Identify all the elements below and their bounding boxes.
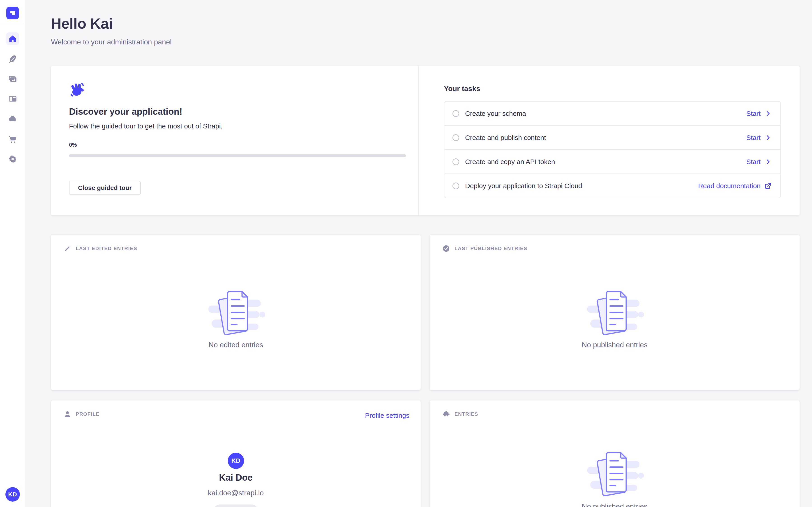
chevron-right-icon xyxy=(765,158,771,165)
profile-settings-link[interactable]: Profile settings xyxy=(365,412,409,419)
task-action-label: Read documentation xyxy=(698,182,761,190)
your-tasks-title: Your tasks xyxy=(444,84,480,93)
task-radio[interactable] xyxy=(452,134,459,141)
sidebar-item-content-manager[interactable] xyxy=(6,53,19,65)
chevron-right-icon xyxy=(765,110,771,117)
entries-card: ENTRIES No published entries xyxy=(430,400,800,507)
empty-documents-illustration xyxy=(207,286,265,338)
task-row-create-schema[interactable]: Create your schema Start xyxy=(444,102,780,126)
task-radio[interactable] xyxy=(452,110,459,117)
sidebar: KD xyxy=(0,0,25,507)
task-label: Deploy your application to Strapi Cloud xyxy=(465,182,582,190)
task-row-publish-content[interactable]: Create and publish content Start xyxy=(444,126,780,150)
card-label: LAST PUBLISHED ENTRIES xyxy=(455,245,527,251)
external-link-icon xyxy=(765,182,771,189)
sidebar-item-home[interactable] xyxy=(6,33,19,45)
gear-icon xyxy=(8,155,17,164)
task-radio[interactable] xyxy=(452,182,459,189)
task-action-label: Start xyxy=(746,158,761,166)
guided-tour-description: Follow the guided tour to get the most o… xyxy=(69,122,222,130)
puzzle-icon xyxy=(442,410,450,418)
waving-hand-icon xyxy=(69,81,86,99)
sidebar-item-cloud[interactable] xyxy=(6,113,19,125)
pencil-icon xyxy=(64,245,71,252)
strapi-logo[interactable] xyxy=(6,7,19,19)
close-guided-tour-button[interactable]: Close guided tour xyxy=(69,181,141,195)
task-start-link[interactable]: Start xyxy=(746,158,771,166)
sidebar-item-content-type-builder[interactable] xyxy=(6,93,19,105)
card-header: LAST EDITED ENTRIES xyxy=(64,245,137,252)
empty-state-text: No edited entries xyxy=(51,341,421,349)
person-icon xyxy=(64,410,71,418)
task-action-label: Start xyxy=(746,110,761,117)
read-documentation-link[interactable]: Read documentation xyxy=(698,182,771,190)
guided-tour-title: Discover your application! xyxy=(69,107,182,117)
empty-state-text: No published entries xyxy=(430,502,800,507)
profile-card: PROFILE Profile settings KD Kai Doe kai.… xyxy=(51,400,421,507)
profile-email: kai.doe@strapi.io xyxy=(51,489,421,497)
task-row-deploy-cloud[interactable]: Deploy your application to Strapi Cloud … xyxy=(444,174,780,198)
profile-avatar: KD xyxy=(228,453,244,469)
last-edited-entries-card: LAST EDITED ENTRIES No edited entries xyxy=(51,235,421,390)
last-published-entries-card: LAST PUBLISHED ENTRIES No published entr… xyxy=(430,235,800,390)
sidebar-item-media-library[interactable] xyxy=(6,72,19,85)
sidebar-divider xyxy=(0,25,25,25)
sidebar-user-avatar[interactable]: KD xyxy=(5,487,20,502)
task-label: Create and publish content xyxy=(465,134,546,142)
card-label: LAST EDITED ENTRIES xyxy=(76,245,137,251)
home-icon xyxy=(8,34,17,43)
cloud-icon xyxy=(8,114,17,123)
task-start-link[interactable]: Start xyxy=(746,134,771,142)
card-header: PROFILE xyxy=(64,410,99,418)
task-label: Create your schema xyxy=(465,110,526,117)
strapi-logo-icon xyxy=(9,9,16,17)
chevron-right-icon xyxy=(765,134,771,141)
empty-documents-illustration xyxy=(585,447,644,499)
guided-tour-panel: Discover your application! Follow the gu… xyxy=(51,66,800,215)
images-icon xyxy=(8,74,17,83)
card-header: ENTRIES xyxy=(442,410,478,418)
card-label: PROFILE xyxy=(76,411,99,417)
panel-divider xyxy=(418,66,419,215)
shopping-cart-icon xyxy=(8,134,17,144)
card-header: LAST PUBLISHED ENTRIES xyxy=(442,245,527,252)
task-start-link[interactable]: Start xyxy=(746,110,771,117)
profile-name: Kai Doe xyxy=(51,472,421,483)
feather-icon xyxy=(8,54,17,63)
guided-tour-progress-bar xyxy=(69,154,406,157)
card-label: ENTRIES xyxy=(455,411,478,417)
task-action-label: Start xyxy=(746,134,761,142)
check-circle-icon xyxy=(442,245,450,252)
sidebar-divider xyxy=(0,481,25,481)
task-radio[interactable] xyxy=(452,158,459,165)
page-title: Hello Kai xyxy=(51,15,113,32)
layout-icon xyxy=(8,95,17,103)
tasks-list: Create your schema Start Create and publ… xyxy=(444,101,781,198)
empty-state-text: No published entries xyxy=(430,341,800,349)
sidebar-item-marketplace[interactable] xyxy=(6,133,19,145)
profile-role-badge xyxy=(213,505,258,507)
sidebar-item-settings[interactable] xyxy=(6,153,19,165)
task-label: Create and copy an API token xyxy=(465,158,555,166)
task-row-api-token[interactable]: Create and copy an API token Start xyxy=(444,150,780,174)
guided-tour-progress-label: 0% xyxy=(69,142,77,148)
page-subtitle: Welcome to your administration panel xyxy=(51,38,172,46)
empty-documents-illustration xyxy=(585,286,644,338)
